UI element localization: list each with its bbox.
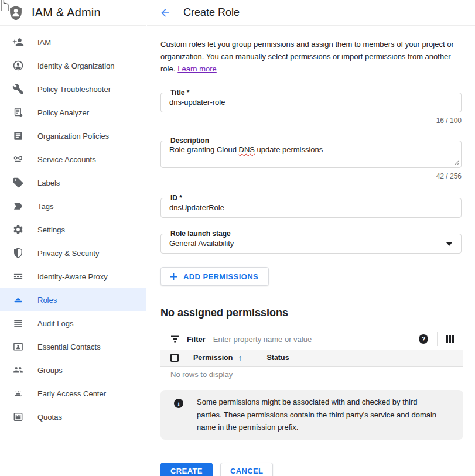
column-header-status[interactable]: Status	[266, 354, 289, 362]
sidebar: IAM & Admin IAM Identity & Organization …	[0, 0, 146, 476]
label-tag-icon	[12, 177, 24, 189]
description-text: update permissions	[255, 145, 323, 154]
description-field-label: Description	[168, 136, 212, 145]
person-add-icon	[12, 36, 24, 48]
people-icon	[12, 364, 24, 376]
create-button[interactable]: CREATE	[160, 463, 213, 476]
plus-icon	[169, 272, 178, 281]
main-panel: Create Role Custom roles let you group p…	[147, 0, 475, 476]
arrow-tag-icon	[12, 200, 24, 212]
title-char-counter: 16 / 100	[160, 117, 462, 125]
description-field[interactable]: Description Role granting Cloud DNS upda…	[160, 141, 462, 168]
sidebar-header: IAM & Admin	[0, 0, 146, 26]
sidebar-item-policy-troubleshooter[interactable]: Policy Troubleshooter	[0, 77, 146, 101]
sidebar-item-privacy-security[interactable]: Privacy & Security	[0, 241, 146, 265]
sidebar-item-label: Settings	[37, 225, 65, 234]
sidebar-item-label: Identity-Aware Proxy	[37, 272, 108, 281]
table-header-row: Permission ↑ Status	[160, 350, 463, 367]
cancel-button[interactable]: CANCEL	[220, 463, 274, 476]
info-icon-column: i	[160, 396, 197, 434]
sidebar-item-service-accounts[interactable]: Service Accounts	[0, 148, 146, 171]
sidebar-item-identity-aware-proxy[interactable]: Identity-Aware Proxy	[0, 265, 146, 288]
content: Custom roles let you group permissions a…	[147, 26, 475, 476]
divider	[160, 453, 463, 453]
info-icon: i	[174, 399, 183, 408]
filter-input[interactable]	[213, 335, 419, 344]
sunrise-icon	[12, 388, 24, 399]
filter-label: Filter	[187, 335, 206, 344]
sidebar-item-label: Privacy & Security	[37, 249, 99, 258]
page-header: Create Role	[147, 0, 475, 26]
sidebar-item-organization-policies[interactable]: Organization Policies	[0, 124, 146, 148]
hat-icon	[12, 294, 24, 306]
sidebar-item-tags[interactable]: Tags	[0, 194, 146, 218]
title-field[interactable]: Title * dns-updater-role	[160, 93, 462, 112]
sidebar-item-label: Organization Policies	[37, 132, 109, 141]
role-launch-stage-label: Role launch stage	[168, 230, 234, 238]
role-launch-stage-select[interactable]: Role launch stage General Availability	[160, 234, 462, 254]
title-field-label: Title *	[168, 88, 192, 97]
id-field-label: ID *	[168, 194, 185, 202]
title-field-value: dns-updater-role	[161, 93, 461, 112]
filter-icon	[170, 335, 180, 343]
column-header-permission[interactable]: Permission	[193, 354, 233, 362]
sidebar-item-quotas[interactable]: Quotas	[0, 405, 146, 429]
sidebar-item-label: Audit Logs	[37, 319, 73, 328]
learn-more-link[interactable]: Learn more	[177, 64, 216, 73]
app-title: IAM & Admin	[32, 6, 101, 19]
sidebar-item-label: Essential Contacts	[37, 343, 101, 351]
proxy-bars-icon	[12, 270, 24, 282]
sidebar-item-roles[interactable]: Roles	[0, 288, 146, 311]
empty-table-message: No rows to display	[160, 367, 463, 382]
sort-ascending-icon[interactable]: ↑	[238, 353, 242, 362]
sidebar-item-label: Labels	[37, 179, 60, 187]
add-permissions-label: ADD PERMISSIONS	[183, 272, 258, 281]
description-char-counter: 42 / 256	[160, 172, 462, 180]
id-field[interactable]: ID * dnsUpdaterRole	[160, 198, 462, 218]
sidebar-item-label: Identity & Organization	[37, 61, 115, 70]
sidebar-nav: IAM Identity & Organization Policy Troub…	[0, 26, 146, 429]
select-all-checkbox[interactable]	[170, 354, 179, 362]
help-icon[interactable]: ?	[419, 334, 428, 344]
permissions-table: Filter ? Permission ↑ Status No rows to …	[160, 328, 463, 382]
contact-card-icon	[12, 341, 24, 352]
back-arrow-icon[interactable]	[159, 7, 171, 19]
sidebar-item-settings[interactable]: Settings	[0, 218, 146, 241]
article-icon	[12, 130, 24, 142]
resize-handle-icon[interactable]	[454, 160, 459, 166]
sidebar-item-policy-analyzer[interactable]: Policy Analyzer	[0, 101, 146, 124]
filter-bar: Filter ?	[160, 328, 463, 350]
document-gear-icon	[12, 107, 24, 118]
sidebar-item-early-access-center[interactable]: Early Access Center	[0, 382, 146, 405]
info-text: Some permissions might be associated wit…	[197, 396, 441, 434]
page-title: Create Role	[183, 6, 240, 19]
sidebar-item-label: Policy Analyzer	[37, 108, 89, 117]
column-chooser-icon[interactable]	[446, 335, 457, 343]
sidebar-item-label: Early Access Center	[37, 389, 106, 398]
description-misspelled-word: DNS	[239, 145, 255, 154]
permissions-section-heading: No assigned permissions	[160, 307, 463, 319]
sidebar-item-label: Tags	[37, 202, 53, 211]
shield-half-icon	[12, 247, 24, 259]
divider	[437, 332, 438, 346]
gear-icon	[12, 224, 24, 235]
key-badge-icon	[12, 153, 24, 165]
sidebar-item-labels[interactable]: Labels	[0, 171, 146, 194]
sidebar-item-label: Roles	[37, 296, 57, 304]
sidebar-item-groups[interactable]: Groups	[0, 358, 146, 382]
id-field-value: dnsUpdaterRole	[161, 198, 461, 217]
sidebar-item-label: Service Accounts	[37, 155, 96, 164]
sidebar-item-label: IAM	[37, 38, 51, 47]
form-actions: CREATE CANCEL	[160, 463, 475, 476]
sidebar-item-essential-contacts[interactable]: Essential Contacts	[0, 335, 146, 358]
wrench-icon	[12, 83, 24, 95]
description-text: Role granting Cloud	[169, 145, 239, 154]
sidebar-item-identity-organization[interactable]: Identity & Organization	[0, 54, 146, 77]
add-permissions-button[interactable]: ADD PERMISSIONS	[160, 267, 269, 286]
account-circle-icon	[12, 60, 24, 71]
sidebar-item-audit-logs[interactable]: Audit Logs	[0, 311, 146, 335]
sidebar-item-label: Policy Troubleshooter	[37, 85, 111, 94]
quota-box-icon	[12, 411, 24, 423]
chevron-down-icon	[446, 242, 452, 246]
sidebar-item-iam[interactable]: IAM	[0, 30, 146, 54]
